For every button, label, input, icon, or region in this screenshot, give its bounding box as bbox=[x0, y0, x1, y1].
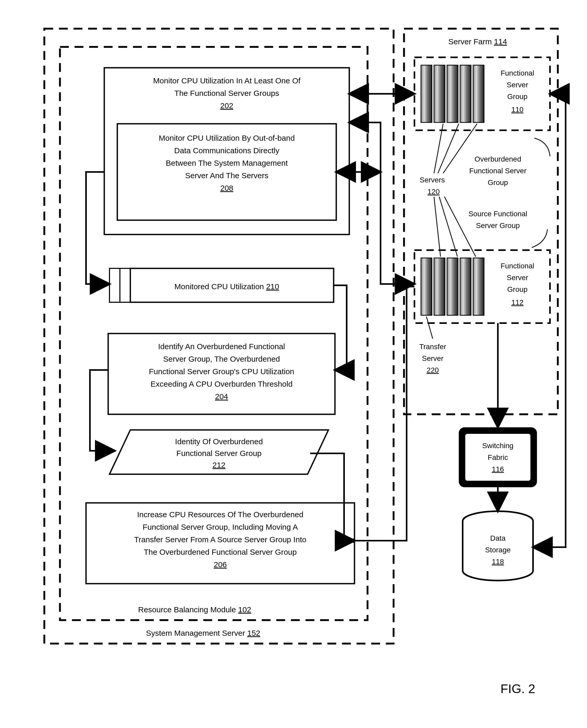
storage-l1: Data bbox=[490, 534, 506, 542]
svg-rect-18 bbox=[473, 258, 484, 315]
step-oob-ref: 208 bbox=[220, 184, 233, 192]
svg-rect-3 bbox=[421, 65, 432, 122]
step-increase-l1: Increase CPU Resources Of The Overburden… bbox=[137, 510, 303, 519]
fsg110-ref: 110 bbox=[511, 105, 524, 114]
transfer-ref: 220 bbox=[427, 366, 439, 374]
step-monitor-l2: The Functional Server Groups bbox=[174, 89, 279, 97]
step-identify-l1: Identify An Overburdened Functional bbox=[158, 342, 285, 351]
svg-rect-7 bbox=[473, 65, 484, 122]
step-increase-l3: Transfer Server From A Source Server Gro… bbox=[134, 535, 307, 544]
svg-line-8 bbox=[434, 124, 443, 173]
switching-ref: 116 bbox=[492, 465, 504, 473]
switching-l2: Fabric bbox=[488, 453, 508, 461]
servers-label: Servers bbox=[420, 176, 445, 184]
transfer-l2: Server bbox=[422, 354, 443, 362]
source-brace bbox=[532, 229, 547, 247]
svg-rect-17 bbox=[460, 258, 471, 315]
conn-206-bus-up bbox=[354, 287, 407, 541]
svg-rect-6 bbox=[460, 65, 471, 122]
sms-label: System Management Server 152 bbox=[146, 629, 260, 637]
source-l1: Source Functional bbox=[468, 210, 527, 218]
svg-line-11 bbox=[434, 197, 441, 257]
fsg112-l3: Group bbox=[507, 285, 527, 293]
step-identify-l3: Functional Server Group's CPU Utilizatio… bbox=[149, 367, 294, 376]
step-monitor-ref: 202 bbox=[220, 101, 233, 110]
fsg112-l1: Functional bbox=[500, 262, 534, 270]
fsg110-l1: Functional bbox=[500, 69, 534, 77]
svg-line-13 bbox=[444, 197, 476, 257]
switching-l1: Switching bbox=[482, 442, 514, 450]
fsg112-l2: Server bbox=[507, 273, 528, 282]
transfer-l1: Transfer bbox=[419, 343, 446, 351]
svg-rect-4 bbox=[434, 65, 445, 122]
overburdened-l2: Functional Server bbox=[469, 167, 526, 175]
step-oob-l4: Server And The Servers bbox=[185, 171, 268, 180]
step-increase-l4: The Overburdened Functional Server Group bbox=[144, 548, 297, 556]
fsg112-ref: 112 bbox=[511, 298, 524, 307]
server-rack-110 bbox=[421, 65, 484, 122]
overburdened-brace bbox=[534, 138, 550, 156]
svg-rect-1 bbox=[120, 268, 130, 302]
step-increase-ref: 206 bbox=[214, 560, 227, 569]
monitored-util-label: Monitored CPU Utilization 210 bbox=[174, 282, 279, 291]
rbm-label: Resource Balancing Module 102 bbox=[138, 605, 251, 614]
step-identify-l2: Server Group, The Overburdened bbox=[163, 355, 280, 363]
step-identify-ref: 204 bbox=[215, 392, 228, 401]
fsg110-l2: Server bbox=[507, 81, 528, 89]
source-l2: Server Group bbox=[476, 221, 520, 229]
step-monitor-l1: Monitor CPU Utilization In At Least One … bbox=[153, 76, 301, 85]
figure-label: FIG. 2 bbox=[500, 682, 535, 696]
step-identify-l4: Exceeding A CPU Overburden Threshold bbox=[151, 380, 293, 388]
server-rack-112 bbox=[421, 258, 484, 315]
svg-rect-14 bbox=[421, 258, 432, 315]
svg-rect-5 bbox=[447, 65, 458, 122]
overburdened-l3: Group bbox=[488, 178, 508, 187]
identity-l1: Identity Of Overburdened bbox=[175, 437, 263, 446]
fsg110-l3: Group bbox=[507, 93, 527, 101]
storage-l2: Storage bbox=[485, 546, 511, 554]
step-oob-l2: Data Communications Directly bbox=[174, 146, 279, 155]
svg-rect-16 bbox=[447, 258, 458, 315]
identity-ref: 212 bbox=[212, 461, 226, 469]
svg-rect-15 bbox=[434, 258, 445, 315]
step-oob-l3: Between The System Management bbox=[166, 159, 288, 167]
identity-l2: Functional Server Group bbox=[177, 449, 262, 458]
svg-line-12 bbox=[439, 197, 457, 257]
step-increase-l2: Functional Server Group, Including Movin… bbox=[143, 523, 298, 531]
overburdened-l1: Overburdened bbox=[474, 155, 521, 163]
server-farm-label: Server Farm 114 bbox=[448, 37, 507, 46]
step-oob-l1: Monitor CPU Utilization By Out-of-band bbox=[159, 134, 295, 142]
svg-rect-0 bbox=[110, 268, 120, 302]
servers-ref: 120 bbox=[427, 188, 440, 196]
storage-ref: 118 bbox=[492, 558, 504, 566]
svg-line-19 bbox=[426, 317, 433, 339]
